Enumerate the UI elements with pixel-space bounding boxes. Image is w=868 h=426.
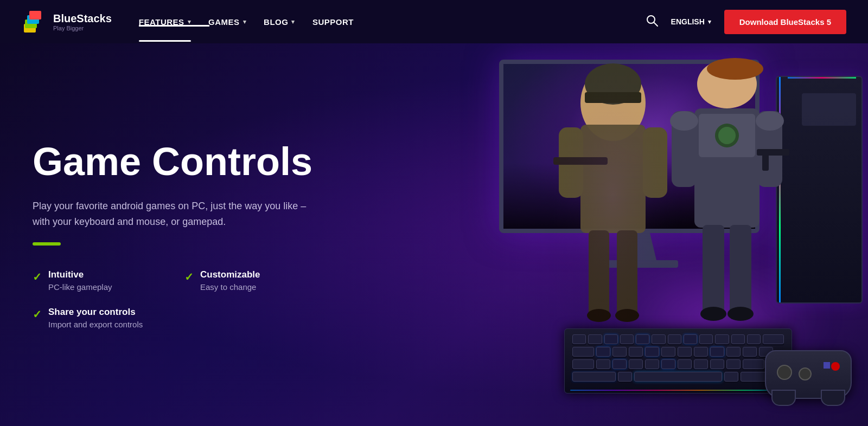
features-list: ✓ Intuitive PC-like gameplay ✓ Customiza… [33, 269, 315, 329]
character-2 [662, 43, 797, 350]
hero-description: Play your favorite android games on PC, … [33, 198, 315, 230]
feature-desc: Import and export controls [48, 320, 143, 329]
gamepad-right-grip [821, 390, 845, 406]
search-icon [646, 15, 658, 27]
language-label: ENGLISH [671, 17, 705, 26]
check-icon: ✓ [33, 270, 42, 283]
soldier-2-svg [662, 43, 792, 344]
gamepad-button-blue [824, 362, 830, 369]
gamepad-right-stick [799, 367, 812, 380]
nav-blog[interactable]: BLOG ▾ [264, 17, 295, 27]
search-button[interactable] [646, 15, 658, 29]
svg-rect-3 [29, 11, 41, 20]
feature-title: Share your controls [48, 307, 143, 318]
nav-games[interactable]: GAMES ▾ [208, 17, 246, 27]
download-button[interactable]: Download BlueStacks 5 [724, 10, 846, 34]
hero-content: Game Controls Play your favorite android… [0, 108, 347, 362]
svg-line-5 [654, 22, 658, 26]
hero-section: Game Controls Play your favorite android… [0, 43, 868, 426]
logo-name: BlueStacks [53, 12, 112, 25]
hero-image [391, 43, 868, 426]
gamepad-left-stick [777, 365, 792, 380]
svg-rect-34 [662, 43, 792, 344]
pc-tower-detail [802, 93, 856, 126]
feature-intuitive: ✓ Intuitive PC-like gameplay [33, 269, 163, 292]
accent-bar [33, 242, 61, 246]
gamepad-button-red [831, 362, 840, 371]
feature-desc: PC-like gameplay [48, 282, 112, 292]
gamepad-left-grip [771, 390, 796, 406]
logo[interactable]: BlueStacks Play Bigger [22, 9, 112, 35]
nav-support[interactable]: SUPPORT [312, 17, 354, 27]
feature-share: ✓ Share your controls Import and export … [33, 307, 163, 329]
check-icon: ✓ [33, 308, 42, 321]
nav-features[interactable]: FEATURES ▾ [139, 17, 191, 27]
gamepad-body [765, 350, 852, 399]
logo-tagline: Play Bigger [53, 25, 112, 31]
feature-customizable: ✓ Customizable Easy to change [184, 269, 315, 292]
chevron-down-icon: ▾ [708, 18, 711, 25]
language-selector[interactable]: ENGLISH ▾ [671, 17, 711, 26]
feature-desc: Easy to change [200, 282, 260, 292]
logo-icon [22, 9, 48, 35]
gamepad [765, 350, 852, 410]
chevron-down-icon: ▾ [291, 18, 295, 25]
feature-title: Customizable [200, 269, 260, 280]
hero-title: Game Controls [33, 140, 315, 183]
check-icon: ✓ [184, 270, 194, 283]
feature-title: Intuitive [48, 269, 112, 280]
chevron-down-icon: ▾ [243, 18, 247, 25]
